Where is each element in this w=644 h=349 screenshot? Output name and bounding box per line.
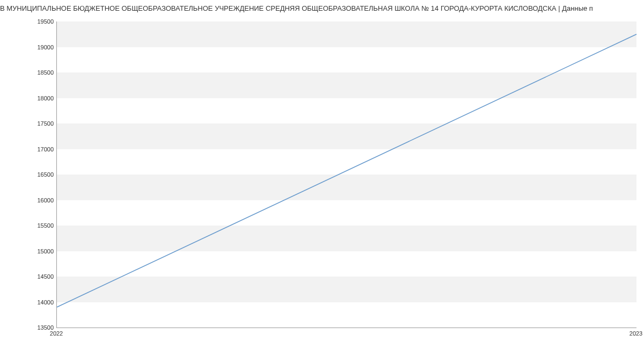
y-tick-label: 16500 bbox=[21, 171, 54, 178]
plot-area bbox=[56, 21, 636, 328]
y-tick-label: 18000 bbox=[21, 95, 54, 101]
y-tick-label: 17000 bbox=[21, 146, 54, 152]
y-tick-label: 15500 bbox=[21, 222, 54, 229]
data-line bbox=[57, 34, 636, 307]
y-tick-label: 14500 bbox=[21, 273, 54, 280]
y-tick-label: 19000 bbox=[21, 44, 54, 50]
y-tick-label: 13500 bbox=[21, 324, 54, 331]
y-tick-label: 17500 bbox=[21, 120, 54, 127]
line-series bbox=[57, 21, 636, 328]
chart-container: В МУНИЦИПАЛЬНОЕ БЮДЖЕТНОЕ ОБЩЕОБРАЗОВАТЕ… bbox=[0, 0, 644, 349]
y-tick-label: 15000 bbox=[21, 248, 54, 255]
x-tick-label: 2022 bbox=[50, 330, 63, 337]
chart-title: В МУНИЦИПАЛЬНОЕ БЮДЖЕТНОЕ ОБЩЕОБРАЗОВАТЕ… bbox=[0, 4, 644, 12]
x-tick-label: 2023 bbox=[630, 330, 642, 337]
y-tick-label: 18500 bbox=[21, 69, 54, 76]
y-tick-label: 19500 bbox=[21, 18, 54, 25]
y-tick-label: 16000 bbox=[21, 197, 54, 203]
y-tick-label: 14000 bbox=[21, 299, 54, 306]
